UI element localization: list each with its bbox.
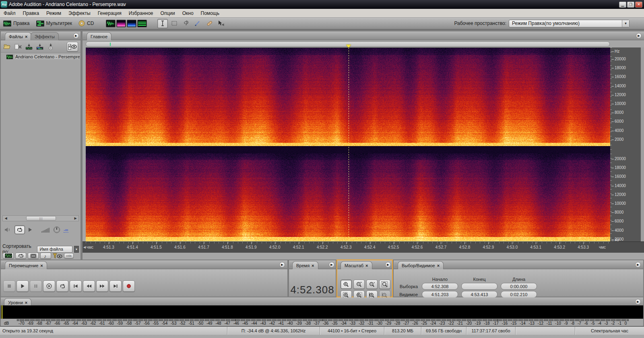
panel-menu-icon[interactable]: ▶: [635, 299, 641, 305]
volume-knob[interactable]: [53, 226, 60, 233]
menu-item[interactable]: Помощь: [197, 9, 223, 17]
tab-files[interactable]: Файлы ×: [5, 32, 31, 40]
tab-transport[interactable]: Перемещение ×: [5, 261, 47, 269]
import-multitrack-icon[interactable]: [36, 43, 44, 50]
zoom-out-horizontal-button[interactable]: [353, 280, 365, 289]
play-from-cursor-button[interactable]: [43, 280, 55, 292]
timeline-scroll-left-icon[interactable]: ◀: [83, 245, 86, 249]
scrub-tool-button[interactable]: [216, 19, 226, 28]
view-spectral-blue-button[interactable]: [127, 20, 136, 27]
panel-grip[interactable]: [394, 262, 397, 268]
frequency-axis[interactable]: Hz20000180001600014000120001000080006000…: [610, 47, 641, 251]
tab-effects[interactable]: Эффекты: [31, 32, 59, 40]
close-file-icon[interactable]: [14, 43, 22, 50]
loop-play-button[interactable]: [56, 280, 68, 292]
loop-playback-button[interactable]: [14, 225, 25, 234]
play-button[interactable]: [17, 280, 29, 292]
chevron-down-icon[interactable]: ▼: [622, 20, 629, 27]
chevron-down-icon[interactable]: ▼: [74, 246, 79, 253]
menu-item[interactable]: Опции: [157, 9, 179, 17]
healing-tool-button[interactable]: [204, 19, 215, 28]
level-meter[interactable]: [1, 305, 643, 319]
go-to-end-button[interactable]: [109, 280, 122, 292]
import-file-icon[interactable]: [25, 43, 33, 50]
panel-grip[interactable]: [2, 33, 4, 39]
view-phase-button[interactable]: [137, 20, 147, 27]
spectral-display[interactable]: [86, 47, 610, 241]
ibeam-tool-button[interactable]: [157, 19, 168, 28]
minimize-button[interactable]: ▁: [619, 2, 626, 8]
zoom-out-full-button[interactable]: [366, 280, 378, 289]
panel-grip[interactable]: [2, 262, 4, 268]
sort-dropdown[interactable]: Имя файла: [37, 246, 72, 253]
menu-item[interactable]: Режим: [43, 9, 65, 17]
volume-value[interactable]: -∞: [64, 227, 68, 233]
close-icon[interactable]: ×: [40, 263, 43, 268]
menu-item[interactable]: Окно: [179, 9, 197, 17]
playhead[interactable]: [349, 48, 349, 242]
panel-menu-icon[interactable]: ▶: [73, 33, 79, 39]
files-horizontal-scrollbar[interactable]: ◀ ||| ▶: [2, 215, 79, 221]
close-icon[interactable]: ×: [25, 34, 27, 39]
record-button[interactable]: [123, 280, 135, 292]
pause-button[interactable]: [30, 280, 42, 292]
panel-menu-icon[interactable]: ▶: [385, 262, 391, 268]
tab-selection-view[interactable]: Выбор/Видимое ×: [398, 261, 444, 269]
panel-grip[interactable]: [83, 33, 86, 39]
close-button[interactable]: ✕: [635, 2, 642, 8]
zoom-to-selection-button[interactable]: [379, 280, 390, 289]
menu-item[interactable]: Эффекты: [65, 9, 94, 17]
panel-menu-icon[interactable]: ▶: [279, 262, 285, 268]
zoom-in-horizontal-button[interactable]: [341, 280, 352, 289]
show-options-button[interactable]: [67, 42, 78, 52]
restore-button[interactable]: ❐: [627, 2, 634, 8]
tab-time[interactable]: Время ×: [292, 261, 318, 269]
value-field[interactable]: 0:00.000: [501, 283, 537, 290]
menu-item[interactable]: Файл: [0, 9, 19, 17]
play-file-icon[interactable]: [28, 227, 32, 232]
panel-menu-icon[interactable]: ▶: [635, 262, 641, 268]
tab-zoom[interactable]: Масштаб ×: [341, 261, 372, 269]
value-field[interactable]: [461, 283, 497, 290]
scroll-right-icon[interactable]: ▶: [72, 216, 78, 221]
filter-show-button[interactable]: [53, 253, 62, 259]
open-file-icon[interactable]: [3, 43, 11, 50]
multitrack-view-button[interactable]: Мультитрек: [33, 19, 75, 28]
close-icon[interactable]: ×: [25, 300, 27, 305]
brush-tool-button[interactable]: [192, 19, 203, 28]
spectrogram-canvas[interactable]: [86, 48, 610, 242]
value-field[interactable]: 0:02.210: [501, 291, 537, 298]
value-field[interactable]: 4:53.413: [461, 291, 497, 298]
panel-menu-icon[interactable]: ▶: [636, 33, 642, 39]
value-field[interactable]: 4:51.203: [422, 291, 458, 298]
scroll-left-icon[interactable]: ◀: [3, 216, 9, 221]
scrollbar-thumb[interactable]: |||: [26, 216, 56, 221]
value-field[interactable]: 4:52.308: [422, 283, 458, 290]
close-icon[interactable]: ×: [437, 263, 440, 268]
menu-item[interactable]: Избранное: [125, 9, 157, 17]
close-icon[interactable]: ×: [312, 263, 314, 268]
view-spectral-pink-button[interactable]: [116, 20, 126, 27]
vertical-scroll-strip[interactable]: [641, 47, 644, 251]
panel-menu-icon[interactable]: ▶: [329, 262, 334, 268]
toggle-midi-button[interactable]: ♪: [40, 253, 51, 259]
cda-badge[interactable]: cda: [64, 253, 74, 258]
lasso-tool-button[interactable]: [181, 19, 191, 28]
stop-button[interactable]: [3, 280, 15, 292]
menu-item[interactable]: Правка: [19, 9, 43, 17]
file-list[interactable]: Andriano Celentano - Persempre.: [1, 53, 80, 215]
close-icon[interactable]: ×: [365, 263, 368, 268]
import-cd-icon[interactable]: [47, 43, 55, 50]
rewind-button[interactable]: [83, 280, 95, 292]
view-waveform-button[interactable]: [106, 20, 116, 27]
edit-view-button[interactable]: Правка: [0, 19, 33, 28]
toggle-waveform-button[interactable]: [3, 253, 14, 259]
timeline-ruler[interactable]: ◀ чмс4:51.34:51.44:51.54:51.64:51.74:51.…: [83, 241, 644, 253]
autoplay-speaker-icon[interactable]: [4, 227, 11, 233]
workspace-dropdown[interactable]: Режим Правка(по умолчанию) ▼: [509, 20, 630, 27]
menu-item[interactable]: Генерация: [94, 9, 125, 17]
tab-levels[interactable]: Уровни ×: [4, 298, 31, 306]
fast-forward-button[interactable]: [96, 280, 108, 292]
toggle-loop-button[interactable]: [15, 253, 26, 259]
cd-view-button[interactable]: CD: [75, 19, 97, 28]
